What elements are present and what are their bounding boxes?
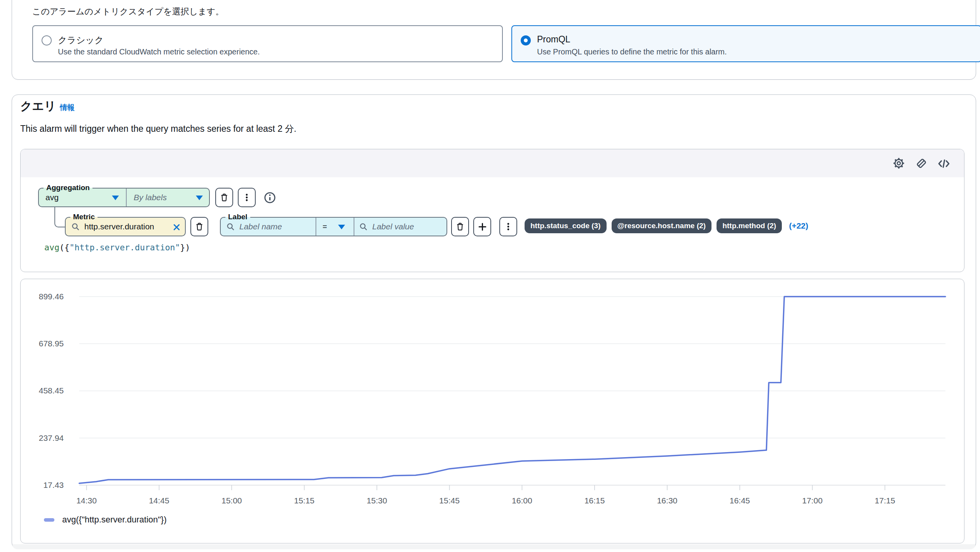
svg-text:15:45: 15:45 — [439, 496, 460, 505]
search-icon — [226, 222, 235, 231]
code-view-icon[interactable] — [937, 157, 950, 169]
tag-pill[interactable]: http.status_code (3) — [525, 218, 607, 233]
radio-unchecked-icon[interactable] — [42, 35, 52, 45]
label-tags: http.status_code (3) @resource.host.name… — [525, 218, 808, 233]
query-builder-header — [21, 149, 964, 177]
svg-text:237.94: 237.94 — [39, 433, 64, 442]
by-labels-dropdown[interactable]: By labels — [134, 189, 167, 206]
svg-text:16:30: 16:30 — [657, 496, 678, 505]
svg-text:17.43: 17.43 — [43, 480, 64, 489]
card-bottom-strip — [12, 544, 975, 549]
legend-swatch — [44, 518, 54, 522]
add-label-button[interactable] — [473, 217, 491, 236]
svg-text:15:15: 15:15 — [294, 496, 315, 505]
svg-text:678.95: 678.95 — [39, 339, 64, 348]
info-link[interactable]: 情報 — [60, 103, 75, 113]
info-icon[interactable] — [263, 191, 276, 204]
query-builder — [20, 149, 964, 272]
chart-panel: 17.43237.94458.45678.95899.4614:3014:451… — [20, 279, 964, 543]
expression-token: ({ — [59, 243, 70, 252]
tile-classic[interactable]: クラシック Use the standard CloudWatch metric… — [32, 25, 503, 62]
svg-text:14:30: 14:30 — [76, 496, 97, 505]
divider — [126, 189, 127, 206]
svg-text:15:00: 15:00 — [221, 496, 242, 505]
plus-icon — [478, 222, 487, 232]
search-icon — [359, 222, 368, 231]
svg-text:16:00: 16:00 — [512, 496, 532, 505]
expression-token: "http.server.duration" — [70, 243, 180, 252]
svg-text:899.46: 899.46 — [39, 292, 64, 301]
expression-token: avg — [44, 243, 59, 252]
type-description: このアラームのメトリクスタイプを選択します。 — [32, 6, 224, 17]
label-group: Label name = Label value — [220, 217, 447, 236]
tile-classic-description: Use the standard CloudWatch metric selec… — [58, 47, 260, 56]
trash-icon — [195, 222, 204, 231]
caret-down-icon[interactable] — [112, 196, 119, 200]
metric-legend: Metric — [70, 213, 98, 221]
trash-icon — [455, 222, 465, 231]
settings-gear-icon[interactable] — [893, 157, 905, 169]
search-icon — [71, 222, 80, 231]
more-tags-link[interactable]: (+22) — [789, 221, 808, 231]
page: タイプ このアラームのメトリクスタイプを選択します。 クラシック Use the… — [0, 0, 980, 552]
clear-icon[interactable] — [172, 223, 181, 232]
tree-connector — [54, 207, 65, 227]
kebab-menu-icon — [504, 222, 513, 231]
query-subtitle: This alarm will trigger when the query m… — [20, 123, 296, 135]
aggregation-menu-button[interactable] — [238, 188, 256, 207]
svg-text:17:15: 17:15 — [875, 496, 895, 505]
tile-promql[interactable]: PromQL Use PromQL queries to define the … — [511, 25, 980, 62]
radio-checked-icon[interactable] — [521, 35, 531, 45]
legend-label: avg({"http.server.duration"}) — [62, 515, 167, 525]
svg-text:17:00: 17:00 — [802, 496, 823, 505]
delete-aggregation-button[interactable] — [215, 188, 233, 207]
chart-legend: avg({"http.server.duration"}) — [44, 515, 167, 525]
trash-icon — [220, 193, 229, 202]
line-chart: 17.43237.94458.45678.95899.4614:3014:451… — [21, 279, 965, 544]
tile-promql-label: PromQL — [537, 34, 570, 45]
divider — [354, 218, 354, 236]
query-heading: クエリ — [20, 98, 56, 114]
svg-text:458.45: 458.45 — [39, 386, 64, 395]
label-legend: Label — [225, 213, 250, 221]
caret-down-icon[interactable] — [338, 225, 345, 229]
svg-text:14:45: 14:45 — [149, 496, 169, 505]
metric-type-card: タイプ このアラームのメトリクスタイプを選択します。 クラシック Use the… — [12, 0, 976, 80]
svg-text:15:30: 15:30 — [367, 496, 387, 505]
svg-text:16:45: 16:45 — [729, 496, 750, 505]
divider — [316, 218, 316, 236]
label-menu-button[interactable] — [499, 217, 517, 236]
delete-label-button[interactable] — [451, 217, 469, 236]
label-operator-dropdown[interactable]: = — [323, 218, 327, 236]
tag-pill[interactable]: @resource.host.name (2) — [612, 218, 712, 233]
delete-metric-button[interactable] — [190, 217, 208, 236]
expression-token: }) — [180, 243, 190, 252]
tag-pill[interactable]: http.method (2) — [717, 218, 782, 233]
label-value-input[interactable]: Label value — [372, 218, 414, 236]
aggregation-legend: Aggregation — [44, 183, 92, 192]
tile-classic-label: クラシック — [58, 34, 104, 46]
kebab-menu-icon — [242, 193, 251, 202]
tile-promql-description: Use PromQL queries to define the metric … — [537, 47, 727, 56]
svg-text:16:15: 16:15 — [584, 496, 605, 505]
promql-expression: avg({"http.server.duration"}) — [44, 243, 190, 252]
eraser-icon[interactable] — [915, 157, 928, 169]
caret-down-icon[interactable] — [196, 196, 203, 200]
